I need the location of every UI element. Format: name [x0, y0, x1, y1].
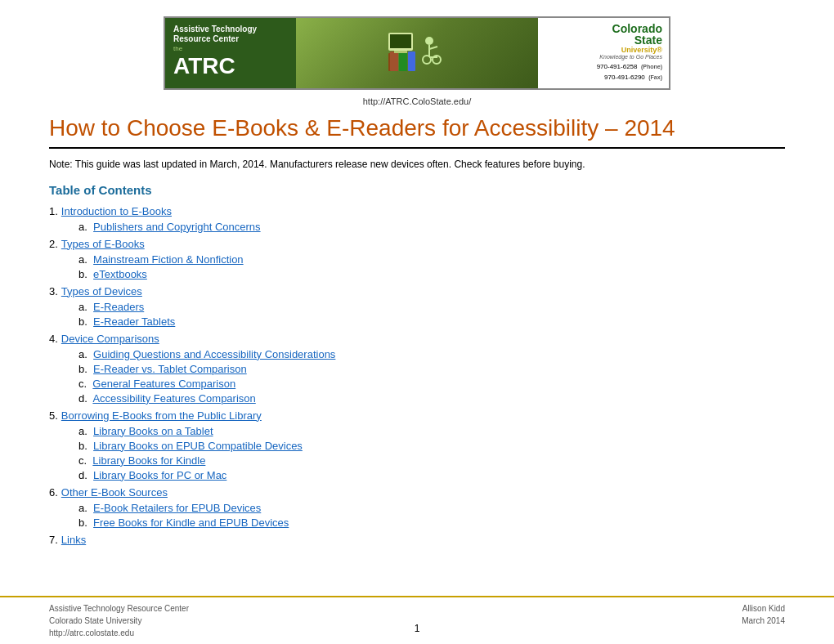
csu-colorado: Colorado [545, 23, 662, 34]
csu-state: State [545, 34, 662, 46]
toc-sub-item-4d: d. Accessibility Features Comparison [78, 392, 785, 405]
toc-link-types-devices[interactable]: Types of Devices [61, 285, 142, 297]
toc-link-etextbooks[interactable]: eTextbooks [93, 268, 147, 280]
banner-middle [296, 18, 538, 88]
atrc-big: ATRC [173, 55, 288, 78]
footer-page-number: 1 [415, 623, 420, 634]
toc-link-device-comparisons[interactable]: Device Comparisons [61, 333, 159, 345]
svg-rect-1 [390, 51, 398, 71]
toc-link-borrowing[interactable]: Borrowing E-Books from the Public Librar… [61, 409, 262, 422]
toc-sub-list-6: a. E-Book Retailers for EPUB Devices b. … [49, 502, 785, 529]
toc-item-3: 3. Types of Devices a. E-Readers b. E-Re… [49, 285, 785, 328]
csu-phone-line: 970-491-6258 (Phone) [545, 62, 662, 73]
csu-fax-line: 970-491-6290 (Fax) [545, 73, 662, 83]
csu-university: University® [545, 46, 662, 54]
page-footer: Assistive Technology Resource Center Col… [0, 596, 834, 644]
toc-link-other-sources[interactable]: Other E-Book Sources [61, 486, 168, 499]
toc-link-publishers[interactable]: Publishers and Copyright Concerns [93, 221, 261, 233]
toc-sub-item-1a: a. Publishers and Copyright Concerns [78, 221, 785, 233]
toc-link-ereader-tablets[interactable]: E-Reader Tablets [93, 315, 175, 328]
toc-link-mainstream[interactable]: Mainstream Fiction & Nonfiction [93, 253, 244, 266]
toc-sub-item-4a: a. Guiding Questions and Accessibility C… [78, 348, 785, 360]
footer-date: March 2014 [742, 615, 785, 627]
svg-point-4 [425, 37, 433, 45]
toc-sub-item-5b: b. Library Books on EPUB Compatible Devi… [78, 440, 785, 452]
toc-link-library-kindle[interactable]: Library Books for Kindle [92, 454, 205, 467]
toc-link-general-features[interactable]: General Features Comparison [92, 378, 235, 390]
toc-sub-item-5a: a. Library Books on a Tablet [78, 425, 785, 437]
toc-item-1: 1. Introduction to E-Books a. Publishers… [49, 205, 785, 233]
toc-sub-item-2b: b. eTextbooks [78, 268, 785, 280]
toc-list: 1. Introduction to E-Books a. Publishers… [49, 205, 785, 546]
footer-author: Allison Kidd [742, 602, 785, 615]
toc-sub-item-6b: b. Free Books for Kindle and EPUB Device… [78, 517, 785, 529]
toc-sub-item-4c: c. General Features Comparison [78, 378, 785, 390]
toc-link-ereaders[interactable]: E-Readers [93, 301, 144, 313]
svg-rect-3 [408, 51, 415, 71]
header-banner: Assistive Technology Resource Center the… [49, 16, 785, 90]
toc-sub-item-3b: b. E-Reader Tablets [78, 315, 785, 328]
toc-link-guiding-questions[interactable]: Guiding Questions and Accessibility Cons… [93, 348, 335, 360]
toc-sub-item-5c: c. Library Books for Kindle [78, 454, 785, 467]
toc-link-types-ebooks[interactable]: Types of E-Books [61, 238, 145, 250]
svg-rect-12 [394, 51, 407, 53]
page-wrapper: Assistive Technology Resource Center the… [0, 0, 834, 644]
banner-box: Assistive Technology Resource Center the… [164, 16, 670, 90]
toc-sub-list-4: a. Guiding Questions and Accessibility C… [49, 348, 785, 405]
footer-right: Allison Kidd March 2014 [742, 602, 785, 627]
footer-university: Colorado State University [49, 615, 189, 627]
toc-section: Table of Contents 1. Introduction to E-B… [49, 183, 785, 546]
toc-sub-item-6a: a. E-Book Retailers for EPUB Devices [78, 502, 785, 514]
toc-link-intro[interactable]: Introduction to E-Books [61, 205, 172, 217]
toc-link-ereader-tablet-comparison[interactable]: E-Reader vs. Tablet Comparison [93, 363, 247, 375]
note-text: Note: This guide was last updated in Mar… [49, 159, 785, 170]
toc-sub-item-2a: a. Mainstream Fiction & Nonfiction [78, 253, 785, 266]
toc-link-accessibility-features[interactable]: Accessibility Features Comparison [92, 392, 255, 405]
toc-sub-item-5d: d. Library Books for PC or Mac [78, 469, 785, 481]
footer-left: Assistive Technology Resource Center Col… [49, 602, 189, 639]
footer-org: Assistive Technology Resource Center [49, 602, 189, 615]
banner-image [296, 18, 538, 88]
toc-item-7: 7. Links [49, 534, 785, 546]
footer-url: http://atrc.colostate.edu [49, 627, 189, 639]
svg-line-6 [429, 47, 437, 49]
toc-link-retailers-epub[interactable]: E-Book Retailers for EPUB Devices [93, 502, 261, 514]
toc-sub-list-5: a. Library Books on a Tablet b. Library … [49, 425, 785, 481]
atrc-title: Assistive Technology Resource Center [173, 25, 288, 44]
csu-tagline: Knowledge to Go Places [545, 54, 662, 60]
banner-url: http://ATRC.ColoState.edu/ [49, 96, 785, 106]
toc-item-4: 4. Device Comparisons a. Guiding Questio… [49, 333, 785, 405]
toc-link-library-tablet[interactable]: Library Books on a Tablet [93, 425, 213, 437]
svg-rect-11 [390, 34, 411, 48]
toc-link-links[interactable]: Links [61, 534, 86, 546]
toc-link-library-pc-mac[interactable]: Library Books for PC or Mac [93, 469, 226, 481]
toc-item-6: 6. Other E-Book Sources a. E-Book Retail… [49, 486, 785, 529]
toc-sub-list-3: a. E-Readers b. E-Reader Tablets [49, 301, 785, 328]
csu-logo: Colorado State University® Knowledge to … [545, 23, 662, 60]
csu-contact: 970-491-6258 (Phone) 970-491-6290 (Fax) [545, 62, 662, 83]
toc-heading: Table of Contents [49, 183, 785, 197]
toc-link-free-books[interactable]: Free Books for Kindle and EPUB Devices [93, 517, 289, 529]
banner-right: Colorado State University® Knowledge to … [538, 18, 669, 88]
toc-sub-list-1: a. Publishers and Copyright Concerns [49, 221, 785, 233]
toc-item-2: 2. Types of E-Books a. Mainstream Fictio… [49, 238, 785, 280]
the-text: the [173, 44, 288, 53]
toc-item-5: 5. Borrowing E-Books from the Public Lib… [49, 409, 785, 481]
toc-sub-item-4b: b. E-Reader vs. Tablet Comparison [78, 363, 785, 375]
banner-left: Assistive Technology Resource Center the… [165, 18, 296, 88]
toc-link-library-epub[interactable]: Library Books on EPUB Compatible Devices [93, 440, 303, 452]
page-title: How to Choose E-Books & E-Readers for Ac… [49, 114, 785, 149]
toc-sub-list-2: a. Mainstream Fiction & Nonfiction b. eT… [49, 253, 785, 280]
toc-sub-item-3a: a. E-Readers [78, 301, 785, 313]
